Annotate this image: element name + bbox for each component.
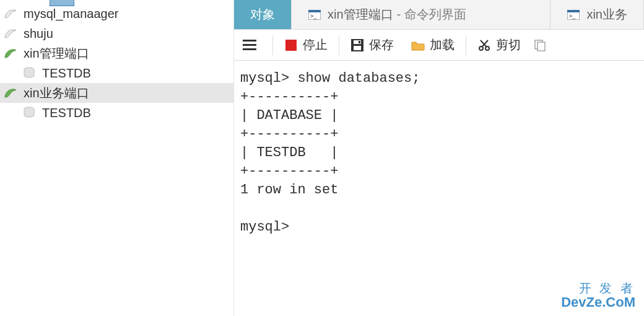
svg-rect-8 [243,40,256,42]
tree-db-testdb-1[interactable]: TESTDB [0,63,233,83]
button-label: 停止 [303,37,328,53]
watermark: 开 发 者 DevZe.CoM [561,281,635,310]
svg-rect-21 [537,42,545,51]
menu-button[interactable] [234,30,270,60]
tab-label: xin管理端口 [328,6,393,23]
tree-conn-xin-mgmt[interactable]: xin管理端口 [0,43,233,63]
tree-conn-mysql-manager[interactable]: mysql_manaager [0,4,233,24]
copy-icon [533,38,547,52]
svg-text:>_: >_ [569,13,576,19]
database-icon [22,66,36,80]
svg-rect-6 [567,10,580,12]
dolphin-icon [4,7,17,20]
tree-label: TESTDB [42,66,91,81]
folder-open-icon [411,38,425,52]
svg-rect-15 [359,41,360,43]
database-icon [22,106,36,120]
tab-console-xinmgmt[interactable]: >_ xin管理端口 - 命令列界面 [292,0,550,29]
tree-label: xin管理端口 [24,45,89,62]
tree-db-testdb-2[interactable]: TESTDB [0,103,233,123]
tree-conn-xin-biz[interactable]: xin业务端口 [0,83,233,103]
copy-button[interactable] [529,30,560,60]
tab-label: 对象 [250,6,275,23]
tree-label: shuju [24,27,53,41]
separator [466,35,466,55]
tab-objects[interactable]: 对象 [234,0,292,29]
separator [339,35,339,55]
svg-text:>_: >_ [310,13,317,19]
watermark-line2: DevZe.CoM [561,295,635,310]
scissors-icon [477,38,491,52]
separator [272,35,273,55]
save-button[interactable]: 保存 [342,30,402,60]
button-label: 剪切 [496,37,521,53]
svg-rect-11 [285,40,297,51]
dolphin-icon [4,46,17,60]
svg-rect-14 [354,46,361,50]
button-label: 保存 [369,37,394,53]
svg-rect-10 [243,48,256,50]
window-accent [50,0,74,6]
tabbar: 对象 >_ xin管理端口 - 命令列界面 >_ xin业务 [234,0,644,30]
dolphin-icon [4,27,17,40]
sql-console[interactable]: mysql> show databases; +----------+ | DA… [234,61,644,316]
hamburger-icon [243,38,256,52]
cut-button[interactable]: 剪切 [469,30,529,60]
svg-rect-3 [308,10,321,12]
load-button[interactable]: 加载 [402,30,463,60]
terminal-icon: >_ [567,8,580,22]
svg-rect-9 [243,44,256,46]
terminal-icon: >_ [308,8,321,22]
tab-console-xinbiz[interactable]: >_ xin业务 [550,0,644,29]
save-icon [350,38,364,52]
tree-label: xin业务端口 [24,85,89,102]
tree-label: mysql_manaager [24,7,118,21]
tree-label: TESTDB [42,106,91,120]
tree-conn-shuju[interactable]: shuju [0,24,233,43]
dolphin-icon [4,86,17,100]
watermark-line1: 开 发 者 [561,281,635,295]
tab-sublabel: - 命令列界面 [397,6,466,23]
stop-icon [284,38,298,52]
button-label: 加载 [430,37,455,53]
toolbar: 停止 保存 加载 剪切 [234,30,644,61]
connection-tree: mysql_manaager shuju xin管理端口 TESTDB xin业… [0,0,234,316]
tab-label: xin业务 [586,6,627,23]
stop-button[interactable]: 停止 [276,30,336,60]
